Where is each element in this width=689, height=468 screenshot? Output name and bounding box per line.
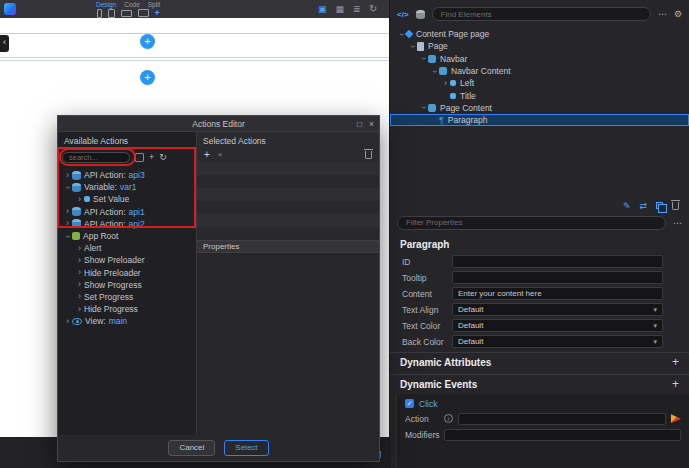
action-item-view-main[interactable]: › View: main bbox=[58, 315, 196, 327]
app-logo-icon[interactable] bbox=[4, 3, 16, 15]
remove-selected-action-icon[interactable]: × bbox=[218, 151, 223, 159]
click-event-checkbox[interactable]: ✓ bbox=[405, 399, 414, 408]
action-item-api1[interactable]: › API Action: api1 bbox=[58, 206, 196, 218]
element-tree-item-title[interactable]: › Title bbox=[390, 89, 689, 101]
action-item-set-value[interactable]: › Set Value bbox=[58, 193, 196, 205]
close-icon[interactable]: × bbox=[369, 119, 374, 129]
device-laptop-icon[interactable] bbox=[121, 10, 132, 17]
chevron-down-icon[interactable]: › bbox=[63, 232, 72, 241]
chevron-right-icon[interactable]: › bbox=[75, 292, 84, 301]
id-field[interactable] bbox=[452, 255, 663, 268]
action-value: var1 bbox=[120, 182, 137, 192]
element-tree-item-navbar[interactable]: › Navbar bbox=[390, 53, 689, 65]
chevron-right-icon[interactable]: › bbox=[63, 207, 72, 216]
chevron-right-icon[interactable]: › bbox=[75, 268, 84, 277]
chevron-right-icon[interactable]: › bbox=[75, 244, 84, 253]
chevron-right-icon[interactable]: › bbox=[63, 317, 72, 326]
panel-collapse-tab[interactable]: ‹ bbox=[0, 35, 9, 52]
text-color-field-row: Text Color Default ▾ bbox=[390, 318, 689, 334]
action-item-show-progress[interactable]: › Show Progress bbox=[58, 279, 196, 291]
add-action-icon[interactable]: + bbox=[149, 153, 154, 162]
text-align-select[interactable]: Default ▾ bbox=[452, 303, 663, 316]
chevron-right-icon[interactable]: › bbox=[63, 219, 72, 228]
add-element-button[interactable]: + bbox=[140, 70, 155, 85]
action-value: api3 bbox=[129, 170, 145, 180]
styles-panel-icon[interactable]: ▣ bbox=[318, 5, 327, 14]
action-item-set-progress[interactable]: › Set Progress bbox=[58, 291, 196, 303]
add-attribute-button[interactable]: + bbox=[672, 356, 679, 368]
field-label: Text Align bbox=[402, 305, 452, 315]
chevron-down-icon[interactable]: › bbox=[430, 67, 439, 76]
actions-editor-dialog: Actions Editor □ × Available Actions + ↻… bbox=[57, 115, 380, 462]
filter-properties-input[interactable] bbox=[397, 216, 666, 230]
tooltip-field[interactable] bbox=[452, 271, 663, 284]
maximize-icon[interactable]: □ bbox=[357, 119, 362, 129]
device-tablet-icon[interactable] bbox=[108, 9, 115, 18]
code-view-icon[interactable]: </> bbox=[397, 10, 409, 19]
chevron-right-icon[interactable]: › bbox=[441, 79, 450, 88]
action-field[interactable] bbox=[458, 413, 666, 425]
select-button[interactable]: Select bbox=[224, 440, 268, 456]
element-tree-item-left[interactable]: › Left bbox=[390, 77, 689, 89]
view-mode-design[interactable]: Design bbox=[96, 1, 116, 8]
library-panel-icon[interactable]: ≣ bbox=[353, 5, 361, 14]
element-tree-item-paragraph[interactable]: › ¶ Paragraph bbox=[390, 114, 689, 126]
action-field-row: Action i bbox=[397, 411, 689, 427]
device-fluid-icon[interactable]: + bbox=[155, 9, 160, 18]
refresh-icon[interactable]: ↻ bbox=[369, 4, 377, 14]
action-item-api2[interactable]: › API Action: api2 bbox=[58, 218, 196, 230]
cancel-button[interactable]: Cancel bbox=[168, 440, 215, 456]
view-mode-group: Design Code Split + bbox=[96, 1, 160, 18]
move-element-icon[interactable]: ⇄ bbox=[639, 201, 647, 211]
grid-panel-icon[interactable]: ▦ bbox=[336, 5, 345, 14]
back-color-select[interactable]: Default ▾ bbox=[452, 335, 663, 348]
view-mode-code[interactable]: Code bbox=[124, 1, 140, 8]
action-item-show-preloader[interactable]: › Show Preloader bbox=[58, 254, 196, 266]
refresh-actions-icon[interactable]: ↻ bbox=[159, 153, 167, 162]
content-field[interactable] bbox=[452, 287, 663, 300]
more-options-icon[interactable]: ⋯ bbox=[658, 9, 667, 19]
text-color-select[interactable]: Default ▾ bbox=[452, 319, 663, 332]
chevron-down-icon[interactable]: › bbox=[63, 183, 72, 192]
chevron-right-icon[interactable]: › bbox=[75, 256, 84, 265]
more-properties-icon[interactable]: ⋯ bbox=[673, 218, 682, 228]
field-label: Text Color bbox=[402, 321, 452, 331]
chevron-right-icon[interactable]: › bbox=[75, 305, 84, 314]
trash-icon[interactable] bbox=[365, 151, 372, 159]
selected-actions-list[interactable] bbox=[197, 162, 379, 240]
element-tree-item-page[interactable]: › Page bbox=[390, 40, 689, 52]
view-mode-split[interactable]: Split bbox=[148, 1, 161, 8]
element-tree-item-page-content[interactable]: › Page Content bbox=[390, 102, 689, 114]
chevron-right-icon[interactable]: › bbox=[75, 280, 84, 289]
database-manager-icon[interactable] bbox=[416, 10, 425, 19]
action-picker-button[interactable] bbox=[671, 414, 681, 423]
settings-gear-icon[interactable]: ⚙ bbox=[674, 9, 682, 19]
action-item-api3[interactable]: › API Action: api3 bbox=[58, 169, 196, 181]
chevron-down-icon[interactable]: › bbox=[419, 103, 428, 112]
chevron-right-icon[interactable]: › bbox=[63, 171, 72, 180]
modifiers-field[interactable] bbox=[444, 429, 681, 441]
action-search-input[interactable] bbox=[62, 152, 130, 163]
find-elements-input[interactable] bbox=[432, 7, 651, 21]
copy-element-icon[interactable] bbox=[656, 202, 663, 209]
dialog-titlebar[interactable]: Actions Editor □ × bbox=[58, 116, 379, 132]
element-tree-item-navbar-content[interactable]: › Navbar Content bbox=[390, 65, 689, 77]
add-selected-action-icon[interactable]: + bbox=[204, 150, 210, 160]
action-item-hide-preloader[interactable]: › Hide Preloader bbox=[58, 267, 196, 279]
chevron-down-icon[interactable]: › bbox=[408, 42, 417, 51]
chevron-right-icon[interactable]: › bbox=[75, 195, 84, 204]
action-item-app-root[interactable]: › App Root bbox=[58, 230, 196, 242]
device-mobile-icon[interactable] bbox=[97, 9, 102, 18]
add-event-button[interactable]: + bbox=[672, 378, 679, 390]
chevron-down-icon[interactable]: › bbox=[419, 54, 428, 63]
device-desktop-icon[interactable] bbox=[138, 9, 149, 17]
back-color-field-row: Back Color Default ▾ bbox=[390, 334, 689, 350]
delete-element-icon[interactable] bbox=[672, 202, 679, 210]
add-element-button[interactable]: + bbox=[140, 34, 155, 49]
element-tree-item-content-page[interactable]: › Content Page page bbox=[390, 28, 689, 40]
manage-actions-icon[interactable] bbox=[135, 153, 144, 162]
edit-element-icon[interactable]: ✎ bbox=[623, 201, 631, 211]
action-item-hide-progress[interactable]: › Hide Progress bbox=[58, 303, 196, 315]
action-item-var1[interactable]: › Variable: var1 bbox=[58, 181, 196, 193]
action-item-alert[interactable]: › Alert bbox=[58, 242, 196, 254]
